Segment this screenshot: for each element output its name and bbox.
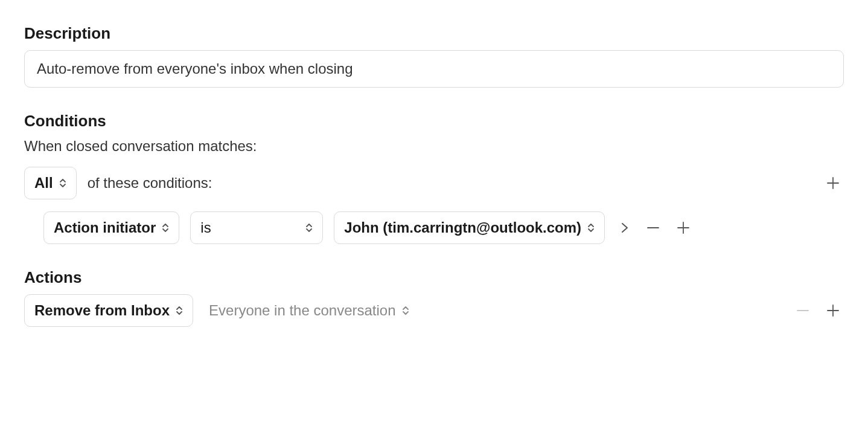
condition-operator-label: is: [200, 219, 211, 236]
condition-row-actions: [616, 217, 694, 239]
chevron-updown-icon: [59, 178, 66, 188]
conditions-title: Conditions: [24, 112, 844, 130]
action-type-label: Remove from Inbox: [34, 302, 170, 319]
remove-action-button: [792, 300, 814, 321]
add-condition-button[interactable]: [672, 217, 694, 239]
chevron-updown-icon: [162, 223, 169, 233]
chevron-updown-icon: [305, 223, 313, 233]
match-suffix-label: of these conditions:: [88, 175, 212, 192]
action-target-select[interactable]: Everyone in the conversation: [204, 295, 414, 326]
actions-section: Actions Remove from Inbox Everyone in th…: [24, 268, 844, 327]
description-title: Description: [24, 24, 844, 43]
conditions-match-row: All of these conditions:: [24, 167, 844, 199]
chevron-updown-icon: [402, 306, 409, 315]
action-row: Remove from Inbox Everyone in the conver…: [24, 294, 844, 327]
conditions-section: Conditions When closed conversation matc…: [24, 112, 844, 244]
condition-value-label: John (tim.carringtn@outlook.com): [344, 219, 581, 236]
match-mode-select[interactable]: All: [24, 167, 77, 199]
conditions-subtext: When closed conversation matches:: [24, 138, 844, 155]
condition-operator-select[interactable]: is: [190, 211, 323, 244]
description-input[interactable]: [24, 50, 844, 88]
add-condition-group-button[interactable]: [822, 172, 844, 194]
chevron-updown-icon: [176, 306, 183, 315]
actions-title: Actions: [24, 268, 844, 287]
remove-condition-button[interactable]: [642, 217, 664, 239]
action-target-label: Everyone in the conversation: [209, 302, 396, 319]
condition-field-select[interactable]: Action initiator: [43, 211, 179, 244]
expand-condition-button[interactable]: [616, 217, 634, 239]
add-action-button[interactable]: [822, 300, 844, 321]
description-section: Description: [24, 24, 844, 88]
match-mode-label: All: [34, 175, 53, 192]
condition-value-select[interactable]: John (tim.carringtn@outlook.com): [334, 211, 605, 244]
action-type-select[interactable]: Remove from Inbox: [24, 294, 193, 327]
chevron-updown-icon: [587, 223, 595, 233]
action-row-actions: [792, 300, 844, 321]
condition-field-label: Action initiator: [54, 219, 156, 236]
condition-row: Action initiator is John (tim.carringtn@…: [43, 211, 844, 244]
